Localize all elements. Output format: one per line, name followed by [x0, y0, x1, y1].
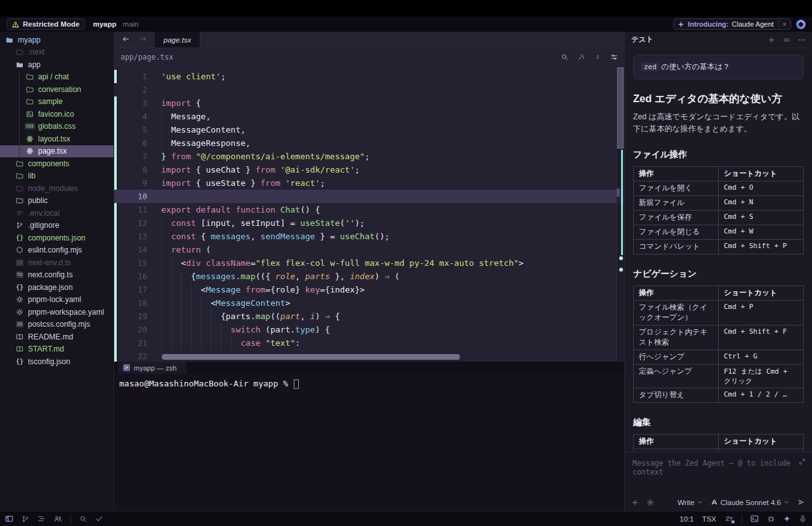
promo-close-icon[interactable]: ×: [778, 20, 787, 28]
account-avatar[interactable]: [796, 20, 806, 29]
file-tree-item[interactable]: {}tsconfig.json: [0, 355, 114, 368]
add-context-icon[interactable]: [631, 499, 639, 506]
line-number: 21: [118, 336, 147, 350]
search-button[interactable]: [79, 515, 87, 523]
model-selector[interactable]: Claude Sonnet 4.6: [710, 499, 789, 506]
file-tree-item[interactable]: node_modules: [0, 182, 114, 195]
file-tree-item[interactable]: README.md: [0, 331, 114, 343]
code-line[interactable]: 11export default function Chat() {: [114, 203, 624, 216]
code-line[interactable]: 20 switch (part.type) {: [114, 323, 624, 336]
restricted-mode-badge[interactable]: Restricted Mode: [6, 18, 85, 30]
code-line[interactable]: 12 const [input, setInput] = useState(''…: [114, 216, 624, 230]
code-line[interactable]: 14 return (: [114, 243, 624, 256]
nav-forward-button[interactable]: [139, 35, 147, 45]
agent-panel-toggle[interactable]: [783, 515, 790, 522]
user-message[interactable]: zed の使い方の基本は？: [633, 55, 804, 79]
file-tree-item[interactable]: components: [0, 157, 114, 170]
language-selector[interactable]: TSX: [702, 515, 716, 523]
file-tree-item[interactable]: api / chat: [0, 71, 114, 84]
new-thread-icon[interactable]: [768, 36, 775, 44]
outline-panel-button[interactable]: [37, 515, 46, 523]
cursor-position[interactable]: 10:1: [679, 515, 693, 523]
send-button[interactable]: [797, 498, 806, 506]
source-control-button[interactable]: [22, 515, 29, 523]
debug-panel-toggle[interactable]: [767, 515, 775, 523]
code-editor[interactable]: 1'use client';23import {4 Message,5 Mess…: [114, 66, 624, 362]
code-line[interactable]: 1'use client';: [114, 70, 624, 83]
tree-indent-guide: [19, 71, 20, 158]
code-line[interactable]: 18 <MessageContent>: [114, 296, 624, 310]
history-icon[interactable]: [783, 36, 790, 44]
code-line[interactable]: 5 MessageContent,: [114, 123, 624, 136]
project-name-button[interactable]: myapp: [93, 20, 116, 28]
file-tree-item[interactable]: page.tsx: [0, 145, 114, 158]
edit-prediction-button[interactable]: [724, 515, 733, 523]
code-line[interactable]: 9import { useState } from 'react';: [114, 176, 624, 190]
file-tree-label: postcss.config.mjs: [28, 320, 90, 329]
git-gutter-mark: [114, 163, 117, 176]
file-tree-item[interactable]: .gitignore: [0, 220, 114, 232]
expand-icon[interactable]: [799, 458, 806, 465]
file-tree-item[interactable]: JSpostcss.config.mjs: [0, 319, 114, 331]
file-tree-item[interactable]: CSSglobals.css: [0, 121, 114, 133]
file-tree-item[interactable]: app: [0, 58, 114, 71]
mode-selector[interactable]: Write: [678, 499, 703, 506]
code-line[interactable]: 13 const { messages, sendMessage } = use…: [114, 230, 624, 243]
horizontal-scrollbar[interactable]: [162, 354, 460, 360]
code-line[interactable]: 10: [114, 190, 624, 203]
code-line[interactable]: 15 <div className="flex flex-col w-full …: [114, 256, 624, 270]
file-tree-item[interactable]: TSnext.config.ts: [0, 269, 114, 282]
file-tree-item[interactable]: {}components.json: [0, 232, 114, 244]
file-tree-item[interactable]: lib: [0, 170, 114, 183]
file-tree-item[interactable]: sample: [0, 96, 114, 108]
file-tree-item[interactable]: {}package.json: [0, 281, 114, 294]
file-tree-item[interactable]: layout.tsx: [0, 133, 114, 145]
terminal-panel-toggle[interactable]: [750, 515, 759, 523]
agent-conversation[interactable]: zed の使い方の基本は？ Zed エディタの基本的な使い方 Zed は高速でモ…: [625, 48, 812, 452]
code-line[interactable]: 21 case "text":: [114, 336, 624, 350]
code-line[interactable]: 3import {: [114, 96, 624, 110]
file-tree-item[interactable]: pnpm-workspace.yaml: [0, 306, 114, 319]
file-tree-item[interactable]: favicon.ico: [0, 108, 114, 121]
more-options-icon[interactable]: [798, 36, 806, 44]
agent-message-editor[interactable]: Message the Zed Agent — @ to include con…: [625, 452, 812, 511]
terminal-panel[interactable]: masao@MasashinoMacBook-Air myapp %: [114, 374, 624, 511]
code-line[interactable]: 19 {parts.map((part, i) ⇒ {: [114, 310, 624, 323]
git-branch-button[interactable]: main: [123, 20, 139, 28]
code-line[interactable]: 16 {messages.map(({ role, parts }, index…: [114, 270, 624, 283]
file-tree-item[interactable]: conversation: [0, 83, 114, 96]
code-line[interactable]: 7} from "@/components/ai-elements/messag…: [114, 150, 624, 163]
collab-panel-button[interactable]: [54, 515, 62, 523]
inline-assist-icon[interactable]: I: [594, 53, 601, 61]
file-tree-item[interactable]: eslint.config.mjs: [0, 244, 114, 257]
file-tree-item[interactable]: pnpm-lock.yaml: [0, 294, 114, 306]
project-panel-toggle[interactable]: [5, 515, 13, 523]
file-tree-item[interactable]: .env.local: [0, 207, 114, 220]
file-tree-label: .env.local: [28, 209, 60, 218]
nav-back-button[interactable]: [122, 35, 130, 45]
code-line[interactable]: 8import { useChat } from '@ai-sdk/react'…: [114, 163, 624, 176]
file-tree-item[interactable]: TSnext-env.d.ts: [0, 256, 114, 269]
file-tree-item[interactable]: .next: [0, 46, 114, 59]
editor-controls-icon[interactable]: [610, 53, 618, 61]
thread-title[interactable]: テスト: [631, 35, 653, 44]
code-line[interactable]: 6 MessageResponse,: [114, 136, 624, 150]
promo-banner[interactable]: Introducing: Claude Agent ×: [673, 18, 791, 30]
terminal-tab[interactable]: > myapp — zsh: [118, 362, 187, 374]
terminal-tab-bar: > myapp — zsh: [114, 362, 624, 374]
scrollbar-thumb[interactable]: [617, 67, 624, 148]
code-line[interactable]: 17 <Message from={role} key={index}>: [114, 283, 624, 296]
buffer-search-icon[interactable]: [561, 53, 568, 61]
tab-page-tsx[interactable]: page.tsx: [155, 32, 200, 48]
ai-edit-icon[interactable]: [577, 53, 585, 61]
file-tree-item[interactable]: public: [0, 195, 114, 207]
code-line[interactable]: 4 Message,: [114, 110, 624, 123]
tools-icon[interactable]: [646, 499, 654, 506]
file-tree-item[interactable]: START.md: [0, 343, 114, 356]
diagnostics-button[interactable]: [95, 515, 103, 523]
mic-button[interactable]: [799, 515, 807, 523]
breadcrumb[interactable]: app/page.tsx: [121, 53, 173, 62]
vertical-scrollbar[interactable]: [616, 66, 624, 362]
file-tree-item[interactable]: myapp: [0, 34, 114, 46]
code-line[interactable]: 2: [114, 83, 624, 96]
